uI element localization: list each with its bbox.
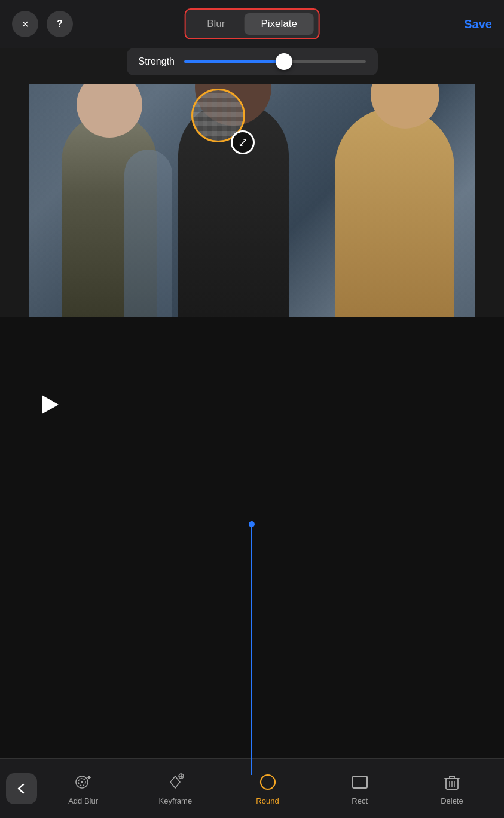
move-handle[interactable]: ⤢ — [231, 130, 255, 154]
round-item[interactable]: Round — [221, 771, 313, 805]
add-blur-icon — [72, 771, 94, 793]
strength-slider-fill — [184, 60, 284, 63]
move-arrows-icon: ⤢ — [238, 135, 248, 150]
back-icon — [15, 782, 28, 795]
add-blur-item[interactable]: Add Blur — [37, 771, 129, 805]
rect-item[interactable]: Rect — [314, 771, 406, 805]
video-preview — [29, 84, 475, 317]
rect-svg — [349, 771, 371, 793]
person-3 — [335, 108, 454, 317]
round-label: Round — [256, 796, 279, 805]
save-button[interactable]: Save — [464, 17, 492, 31]
round-icon — [257, 771, 279, 793]
delete-svg — [441, 771, 463, 793]
delete-label: Delete — [441, 796, 463, 805]
strength-slider-track[interactable] — [184, 60, 366, 63]
tab-switcher: Blur Pixelate — [184, 8, 320, 39]
add-blur-svg — [72, 771, 94, 793]
delete-icon — [441, 771, 463, 793]
dark-area — [0, 317, 504, 521]
rect-icon — [349, 771, 371, 793]
back-button[interactable] — [6, 773, 37, 804]
video-scene — [29, 84, 475, 317]
svg-point-2 — [81, 781, 83, 783]
playhead-indicator — [249, 521, 255, 527]
rect-label: Rect — [352, 796, 368, 805]
svg-rect-9 — [353, 776, 367, 788]
close-button[interactable]: × — [12, 11, 38, 37]
blur-tab[interactable]: Blur — [190, 13, 242, 35]
header: × ? Blur Pixelate Save — [0, 0, 504, 48]
play-button[interactable] — [42, 395, 59, 414]
delete-item[interactable]: Delete — [406, 771, 498, 805]
keyframe-svg — [164, 771, 186, 793]
keyframe-label: Keyframe — [158, 796, 192, 805]
person-bg — [124, 150, 172, 317]
keyframe-item[interactable]: Keyframe — [129, 771, 221, 805]
pixelate-tab[interactable]: Pixelate — [244, 13, 313, 35]
playhead[interactable] — [251, 524, 252, 775]
close-icon: × — [22, 17, 29, 31]
round-svg — [257, 771, 279, 793]
keyframe-icon — [164, 771, 186, 793]
strength-slider-thumb[interactable] — [276, 53, 292, 70]
help-icon: ? — [57, 19, 63, 29]
header-left: × ? — [12, 11, 73, 37]
add-blur-label: Add Blur — [68, 796, 98, 805]
strength-control: Strength — [127, 48, 378, 75]
help-button[interactable]: ? — [47, 11, 73, 37]
svg-point-8 — [261, 775, 275, 789]
strength-label: Strength — [139, 56, 175, 67]
